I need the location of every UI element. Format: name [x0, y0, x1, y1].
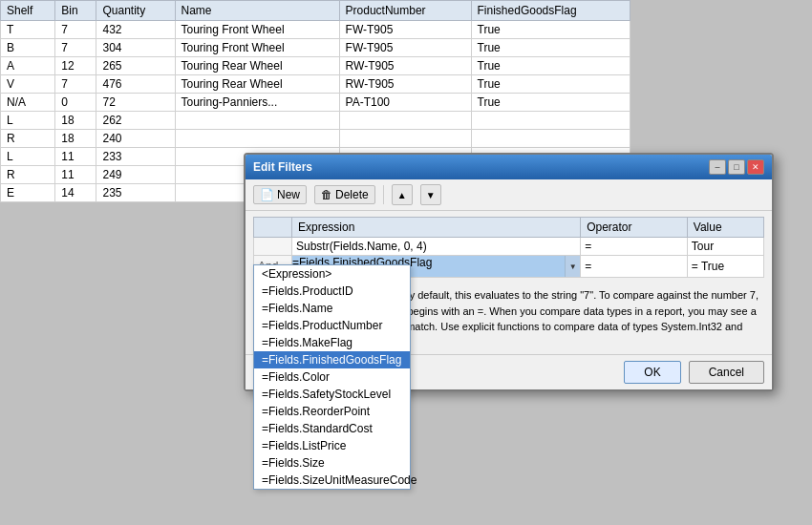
table-cell: 0 — [55, 94, 96, 112]
row1-value[interactable]: Tour — [687, 238, 763, 256]
table-cell: R — [1, 130, 55, 148]
table-cell — [339, 112, 471, 130]
col-header-expression: Expression — [292, 218, 581, 238]
bg-col-productnumber: ProductNumber — [339, 1, 471, 21]
table-row: B7304Touring Front WheelFW-T905True — [1, 39, 630, 57]
table-cell: 233 — [96, 148, 175, 166]
table-cell: 18 — [55, 112, 96, 130]
table-cell: 262 — [96, 112, 175, 130]
table-cell — [339, 130, 471, 148]
dropdown-item-11[interactable]: =Fields.Size — [254, 454, 410, 472]
table-cell: 249 — [96, 166, 175, 184]
close-button[interactable]: ✕ — [747, 159, 764, 175]
table-cell: 7 — [55, 75, 96, 94]
table-cell: 18 — [55, 130, 96, 148]
row2-value[interactable]: = True — [687, 256, 763, 278]
dropdown-item-5[interactable]: =Fields.FinishedGoodsFlag — [254, 351, 410, 368]
delete-label: Delete — [335, 188, 369, 201]
bg-col-name: Name — [175, 1, 339, 21]
table-cell: True — [471, 21, 630, 39]
table-cell: 7 — [55, 21, 96, 39]
table-cell: PA-T100 — [339, 94, 471, 112]
table-cell: FW-T905 — [339, 21, 471, 39]
move-up-button[interactable]: ▲ — [392, 184, 413, 205]
edit-filters-dialog: Edit Filters – □ ✕ 📄 New 🗑 Delete ▲ ▼ Ex… — [244, 153, 774, 391]
table-cell: RW-T905 — [339, 75, 471, 94]
dialog-title: Edit Filters — [253, 160, 312, 174]
dropdown-item-10[interactable]: =Fields.ListPrice — [254, 437, 410, 454]
filter-row-1: = Tour — [254, 238, 764, 256]
table-cell: 304 — [96, 39, 175, 57]
table-cell: Touring Front Wheel — [175, 39, 339, 57]
dropdown-item-12[interactable]: =Fields.SizeUnitMeasureCode — [254, 472, 410, 489]
table-cell — [175, 130, 339, 148]
dropdown-item-4[interactable]: =Fields.MakeFlag — [254, 334, 410, 351]
expression-dropdown-button[interactable]: ▼ — [565, 256, 580, 277]
table-cell: L — [1, 112, 55, 130]
table-cell: 235 — [96, 184, 175, 202]
table-cell: True — [471, 75, 630, 94]
table-cell: FW-T905 — [339, 39, 471, 57]
row1-and — [254, 238, 292, 256]
restore-button[interactable]: □ — [728, 159, 745, 175]
bg-col-finishedgoodsflag: FinishedGoodsFlag — [471, 1, 630, 21]
row2-operator: = — [581, 256, 688, 278]
table-cell: True — [471, 57, 630, 75]
new-icon: 📄 — [260, 188, 274, 201]
table-cell: 72 — [96, 94, 175, 112]
table-cell: N/A — [1, 94, 55, 112]
row1-expression[interactable] — [292, 238, 581, 256]
new-label: New — [277, 188, 300, 201]
toolbar-separator — [383, 185, 384, 204]
cancel-button[interactable]: Cancel — [689, 361, 764, 384]
table-cell: Touring Front Wheel — [175, 21, 339, 39]
delete-button[interactable]: 🗑 Delete — [314, 185, 375, 204]
table-cell: B — [1, 39, 55, 57]
minimize-button[interactable]: – — [709, 159, 726, 175]
table-cell: 432 — [96, 21, 175, 39]
table-row: L18262 — [1, 112, 630, 130]
table-row: N/A072Touring-Panniers...PA-T100True — [1, 94, 630, 112]
dialog-titlebar: Edit Filters – □ ✕ — [246, 155, 772, 179]
table-cell: RW-T905 — [339, 57, 471, 75]
table-row: V7476Touring Rear WheelRW-T905True — [1, 75, 630, 94]
dropdown-item-8[interactable]: =Fields.ReorderPoint — [254, 403, 410, 420]
dropdown-item-1[interactable]: =Fields.ProductID — [254, 283, 410, 300]
table-cell: 7 — [55, 39, 96, 57]
table-cell: T — [1, 21, 55, 39]
titlebar-buttons: – □ ✕ — [709, 159, 764, 175]
table-cell: 12 — [55, 57, 96, 75]
table-cell: 265 — [96, 57, 175, 75]
filter-grid: Expression Operator Value = Tour And — [246, 211, 772, 284]
ok-button[interactable]: OK — [624, 361, 680, 384]
table-cell: A — [1, 57, 55, 75]
table-cell: 11 — [55, 148, 96, 166]
table-cell: Touring Rear Wheel — [175, 75, 339, 94]
table-cell: 476 — [96, 75, 175, 94]
table-cell: Touring-Panniers... — [175, 94, 339, 112]
new-button[interactable]: 📄 New — [253, 185, 307, 204]
move-down-button[interactable]: ▼ — [420, 184, 441, 205]
col-header-value: Value — [687, 218, 763, 238]
dropdown-item-2[interactable]: =Fields.Name — [254, 300, 410, 317]
table-row: R18240 — [1, 130, 630, 148]
col-header-and — [254, 218, 292, 238]
table-cell: V — [1, 75, 55, 94]
table-cell: True — [471, 94, 630, 112]
dropdown-item-9[interactable]: =Fields.StandardCost — [254, 420, 410, 437]
table-cell: 14 — [55, 184, 96, 202]
table-cell — [175, 112, 339, 130]
dropdown-item-0[interactable]: <Expression> — [254, 265, 410, 283]
bg-col-quantity: Quantity — [96, 1, 175, 21]
dropdown-item-7[interactable]: =Fields.SafetyStockLevel — [254, 386, 410, 403]
table-cell: E — [1, 184, 55, 202]
col-header-operator: Operator — [581, 218, 688, 238]
dropdown-item-3[interactable]: =Fields.ProductNumber — [254, 317, 410, 334]
dropdown-item-6[interactable]: =Fields.Color — [254, 368, 410, 386]
bg-col-shelf: Shelf — [1, 1, 55, 21]
table-cell: 240 — [96, 130, 175, 148]
row1-expression-input[interactable] — [296, 240, 576, 253]
delete-icon: 🗑 — [321, 188, 332, 201]
table-row: T7432Touring Front WheelFW-T905True — [1, 21, 630, 39]
table-cell — [471, 130, 630, 148]
